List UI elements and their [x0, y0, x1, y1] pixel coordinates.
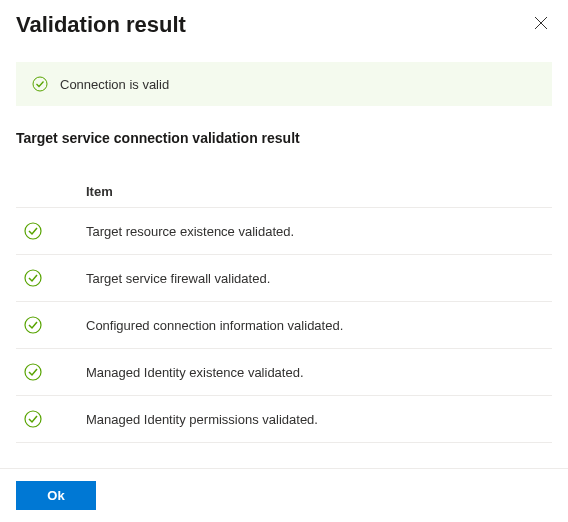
table-row: Managed Identity existence validated. [16, 349, 552, 396]
table-row: Configured connection information valida… [16, 302, 552, 349]
success-icon [24, 222, 42, 240]
success-icon [32, 76, 48, 92]
dialog-title: Validation result [16, 12, 186, 38]
svg-point-3 [25, 223, 41, 239]
success-icon [24, 269, 42, 287]
table-row: Target service firewall validated. [16, 255, 552, 302]
svg-point-7 [25, 411, 41, 427]
status-banner: Connection is valid [16, 62, 552, 106]
section-heading: Target service connection validation res… [16, 130, 552, 146]
ok-button[interactable]: Ok [16, 481, 96, 510]
svg-point-6 [25, 364, 41, 380]
success-icon [24, 363, 42, 381]
column-item-header: Item [86, 184, 552, 199]
dialog-header: Validation result [16, 12, 552, 38]
results-table: Item Target resource existence validated… [16, 176, 552, 443]
svg-point-2 [33, 77, 47, 91]
dialog-footer: Ok [0, 468, 568, 522]
table-row: Target resource existence validated. [16, 208, 552, 255]
success-icon [24, 410, 42, 428]
column-status [16, 184, 86, 199]
table-row: Managed Identity permissions validated. [16, 396, 552, 443]
row-item-text: Target resource existence validated. [86, 224, 552, 239]
row-item-text: Configured connection information valida… [86, 318, 552, 333]
svg-point-4 [25, 270, 41, 286]
row-item-text: Target service firewall validated. [86, 271, 552, 286]
success-icon [24, 316, 42, 334]
status-message: Connection is valid [60, 77, 169, 92]
row-item-text: Managed Identity existence validated. [86, 365, 552, 380]
row-item-text: Managed Identity permissions validated. [86, 412, 552, 427]
row-status [16, 363, 86, 381]
table-header: Item [16, 176, 552, 208]
row-status [16, 222, 86, 240]
close-icon [534, 16, 548, 33]
svg-point-5 [25, 317, 41, 333]
row-status [16, 316, 86, 334]
row-status [16, 269, 86, 287]
close-button[interactable] [530, 12, 552, 38]
row-status [16, 410, 86, 428]
